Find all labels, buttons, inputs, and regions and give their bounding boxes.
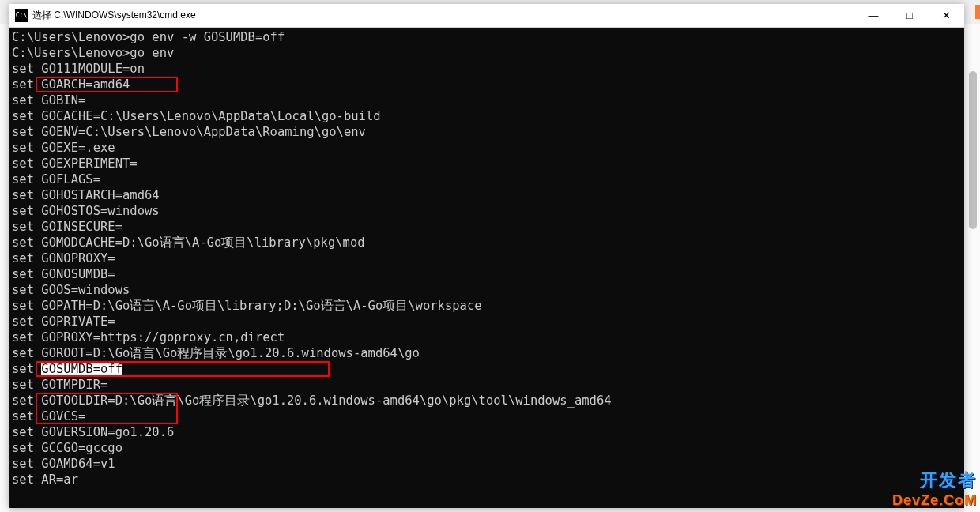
- titlebar[interactable]: C:\ 选择 C:\WINDOWS\system32\cmd.exe — □ ✕: [9, 4, 964, 28]
- terminal-line: set GOPATH=D:\Go语言\A-Go项目\library;D:\Go语…: [12, 298, 961, 314]
- terminal-line: set GCCGO=gccgo: [12, 440, 961, 456]
- cmd-icon: C:\: [15, 9, 28, 22]
- terminal-line: set GOHOSTOS=windows: [12, 203, 961, 219]
- close-button[interactable]: ✕: [928, 4, 964, 28]
- terminal-line: set GOARCH=amd64: [12, 77, 961, 92]
- terminal-line: set GOTMPDIR=: [12, 377, 961, 393]
- right-window-edge: [964, 24, 980, 512]
- orange-tab-edge: [975, 5, 980, 19]
- terminal-line: set GONOSUMDB=: [12, 266, 961, 282]
- cmd-window: C:\ 选择 C:\WINDOWS\system32\cmd.exe — □ ✕…: [9, 4, 964, 508]
- terminal-line: set GOPROXY=https://goproxy.cn,direct: [12, 329, 961, 345]
- terminal-line: set GOMODCACHE=D:\Go语言\A-Go项目\library\pk…: [12, 235, 961, 250]
- terminal-line: set GOBIN=: [12, 92, 961, 108]
- terminal-line: C:\Users\Lenovo>go env: [12, 45, 961, 61]
- terminal-line: set GONOPROXY=: [12, 250, 961, 266]
- terminal-line: set GOINSECURE=: [12, 219, 961, 235]
- maximize-button[interactable]: □: [891, 4, 928, 28]
- terminal-line: set GOOS=windows: [12, 282, 961, 298]
- terminal-line: set GOHOSTARCH=amd64: [12, 187, 961, 203]
- terminal-line: set GOFLAGS=: [12, 171, 961, 187]
- browser-scrollbar[interactable]: [969, 71, 977, 229]
- terminal-line: set GOPRIVATE=: [12, 314, 961, 329]
- text-selection: GOSUMDB=off: [41, 362, 122, 376]
- terminal-line: set AR=ar: [12, 472, 961, 488]
- terminal-line: set GO111MODULE=on: [12, 61, 961, 77]
- window-title: 选择 C:\WINDOWS\system32\cmd.exe: [32, 9, 855, 22]
- terminal-line: set GOEXE=.exe: [12, 140, 961, 156]
- window-controls: — □ ✕: [855, 4, 964, 28]
- terminal-output[interactable]: C:\Users\Lenovo>go env -w GOSUMDB=offC:\…: [9, 28, 964, 508]
- terminal-line: set GOCACHE=C:\Users\Lenovo\AppData\Loca…: [12, 108, 961, 124]
- terminal-line: set GOSUMDB=off: [12, 361, 961, 377]
- terminal-line: set GOROOT=D:\Go语言\Go程序目录\go1.20.6.windo…: [12, 345, 961, 361]
- terminal-line: set GOAMD64=v1: [12, 456, 961, 472]
- minimize-button[interactable]: —: [855, 4, 891, 28]
- terminal-line: set GOVERSION=go1.20.6: [12, 424, 961, 440]
- terminal-line: set GOEXPERIMENT=: [12, 156, 961, 171]
- left-window-edge: [0, 24, 9, 512]
- terminal-line: C:\Users\Lenovo>go env -w GOSUMDB=off: [12, 29, 961, 45]
- terminal-line: set GOENV=C:\Users\Lenovo\AppData\Roamin…: [12, 124, 961, 140]
- terminal-line: set GOTOOLDIR=D:\Go语言\Go程序目录\go1.20.6.wi…: [12, 393, 961, 408]
- terminal-line: set GOVCS=: [12, 408, 961, 424]
